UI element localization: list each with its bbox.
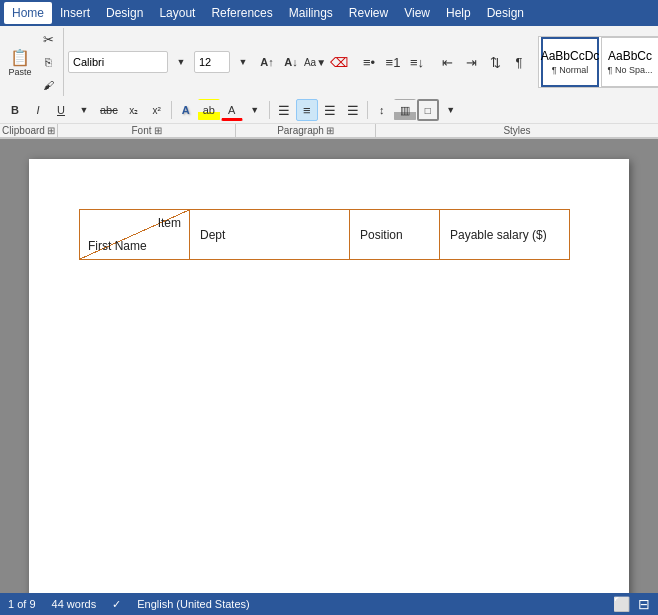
format-painter-button[interactable]: 🖌 [37,74,59,96]
dept-header-cell: Dept [190,210,350,260]
item-label: Item [158,216,181,230]
dept-label: Dept [200,228,225,242]
clear-format-button[interactable]: ⌫ [328,51,350,73]
clipboard-group-label: Clipboard ⊞ [0,124,58,137]
language: English (United States) [137,598,250,610]
menu-help[interactable]: Help [438,2,479,24]
font-color-options[interactable]: ▼ [244,99,266,121]
indent-decrease-button[interactable]: ⇤ [436,51,458,73]
paste-button[interactable]: 📋 Paste [4,44,36,80]
menu-design2[interactable]: Design [479,2,532,24]
document-area[interactable]: Item First Name Dept Position Payable sa… [0,139,658,615]
ribbon: 📋 Paste ✂ ⎘ 🖌 ▼ ▼ A↑ A↓ Aa▼ ⌫ [0,26,658,139]
menu-bar: Home Insert Design Layout References Mai… [0,0,658,26]
font-size-input[interactable] [194,51,230,73]
zoom-slider[interactable]: ⊟ [638,596,650,612]
style-no-spacing[interactable]: AaBbCc ¶ No Spa... [601,37,658,87]
group-labels-row: Clipboard ⊞ Font ⊞ Paragraph ⊞ Styles [0,123,658,137]
superscript-button[interactable]: x² [146,99,168,121]
status-right-group: ⬜ ⊟ [613,596,650,612]
sort-button[interactable]: ⇅ [484,51,506,73]
bullet-list-button[interactable]: ≡• [358,51,380,73]
menu-review[interactable]: Review [341,2,396,24]
split-header-cell: Item First Name [80,210,190,260]
view-mode-button[interactable]: ⬜ [613,596,630,612]
menu-home[interactable]: Home [4,2,52,24]
highlight-color-button[interactable]: ab [198,99,220,121]
styles-group-label: Styles [376,124,658,137]
salary-header-cell: Payable salary ($) [440,210,570,260]
numbered-list-button[interactable]: ≡1 [382,51,404,73]
paragraph-group-label: Paragraph ⊞ [236,124,376,137]
font-name-input[interactable] [68,51,168,73]
menu-layout[interactable]: Layout [151,2,203,24]
document-table[interactable]: Item First Name Dept Position Payable sa… [79,209,570,260]
style-normal[interactable]: AaBbCcDc ¶ Normal [541,37,599,87]
separator5 [269,101,270,119]
borders-button[interactable]: □ [417,99,439,121]
menu-design[interactable]: Design [98,2,151,24]
font-color-button[interactable]: A [221,99,243,121]
line-spacing-button[interactable]: ↕ [371,99,393,121]
italic-button[interactable]: I [27,99,49,121]
copy-button[interactable]: ⎘ [37,51,59,73]
status-bar: 1 of 9 44 words ✓ English (United States… [0,593,658,615]
bold-button[interactable]: B [4,99,26,121]
align-center-button[interactable]: ≡ [296,99,318,121]
menu-view[interactable]: View [396,2,438,24]
strikethrough-button[interactable]: abc [96,99,122,121]
word-count: 44 words [52,598,97,610]
document-page[interactable]: Item First Name Dept Position Payable sa… [29,159,629,599]
underline-options-button[interactable]: ▼ [73,99,95,121]
firstname-label: First Name [88,239,147,253]
table-row: Item First Name Dept Position Payable sa… [80,210,570,260]
justify-button[interactable]: ☰ [342,99,364,121]
menu-references[interactable]: References [203,2,280,24]
underline-button[interactable]: U [50,99,72,121]
change-case-button[interactable]: Aa▼ [304,51,326,73]
styles-gallery: AaBbCcDc ¶ Normal AaBbCc ¶ No Spa... [538,36,658,88]
position-header-cell: Position [350,210,440,260]
indent-increase-button[interactable]: ⇥ [460,51,482,73]
subscript-button[interactable]: x₂ [123,99,145,121]
align-right-button[interactable]: ☰ [319,99,341,121]
font-name-dropdown[interactable]: ▼ [170,51,192,73]
menu-mailings[interactable]: Mailings [281,2,341,24]
salary-label: Payable salary ($) [450,228,547,242]
page-count: 1 of 9 [8,598,36,610]
menu-insert[interactable]: Insert [52,2,98,24]
cut-button[interactable]: ✂ [37,28,59,50]
align-left-button[interactable]: ☰ [273,99,295,121]
font-shrink-button[interactable]: A↓ [280,51,302,73]
shading-button[interactable]: ▥ [394,99,416,121]
separator6 [367,101,368,119]
paste-icon: 📋 [10,48,30,67]
borders-options-button[interactable]: ▼ [440,99,462,121]
position-label: Position [360,228,403,242]
separator4 [171,101,172,119]
font-grow-button[interactable]: A↑ [256,51,278,73]
proofing-icon: ✓ [112,598,121,611]
multilevel-list-button[interactable]: ≡↓ [406,51,428,73]
app-window: Home Insert Design Layout References Mai… [0,0,658,615]
text-effects-button[interactable]: A [175,99,197,121]
show-para-button[interactable]: ¶ [508,51,530,73]
font-size-dropdown[interactable]: ▼ [232,51,254,73]
font-group-label: Font ⊞ [58,124,236,137]
